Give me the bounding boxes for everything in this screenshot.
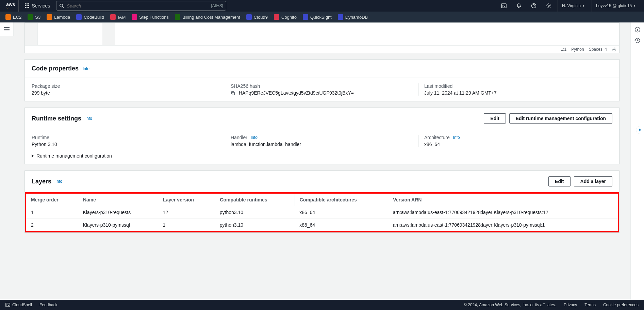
service-icon: [175, 14, 180, 20]
table-row[interactable]: 1Klayers-p310-requests12python3.10x86_64…: [26, 206, 618, 219]
gear-icon[interactable]: [612, 47, 616, 52]
sha-label: SHA256 hash: [231, 83, 413, 89]
service-label: Cognito: [281, 15, 297, 20]
cell-name: Klayers-p310-pymssql: [78, 219, 158, 231]
service-label: IAM: [118, 15, 126, 20]
runtime-settings-panel: Runtime settings Info Edit Edit runtime …: [24, 108, 620, 164]
col-merge-order[interactable]: Merge order: [26, 194, 78, 206]
editor-gutter-secondary: [102, 23, 115, 45]
service-shortcut[interactable]: Cognito: [274, 14, 297, 20]
runtime-mgmt-expand[interactable]: Runtime management configuration: [32, 153, 612, 159]
chevron-down-icon: ▼: [582, 4, 585, 7]
info-link[interactable]: Info: [83, 66, 89, 71]
cell-order: 1: [26, 206, 78, 219]
col-name[interactable]: Name: [78, 194, 158, 206]
edit-runtime-mgmt-button[interactable]: Edit runtime management configuration: [509, 113, 612, 124]
col-version[interactable]: Layer version: [158, 194, 215, 206]
cell-version: 1: [158, 219, 215, 231]
assistant-badge[interactable]: ✦: [636, 126, 644, 134]
cell-arch: x86_64: [295, 206, 388, 219]
svg-rect-7: [232, 93, 234, 95]
sha-value: HAPq9EReJVEC5gLavtc/gyd5vZtd9eiUGF932t0j…: [239, 90, 354, 96]
top-nav: aws⌣ Services [Alt+S] N. Virginia ▼ huyv…: [0, 0, 644, 12]
service-icon: [338, 14, 343, 20]
service-label: S3: [35, 15, 40, 20]
info-link[interactable]: Info: [453, 135, 460, 140]
services-menu[interactable]: Services: [21, 3, 53, 9]
search-icon: [59, 3, 64, 8]
code-properties-panel: Code properties Info Package size 299 by…: [24, 59, 620, 101]
cell-arn: arn:aws:lambda:us-east-1:770693421928:la…: [388, 219, 618, 231]
runtime-mgmt-label: Runtime management configuration: [36, 153, 112, 159]
edit-layers-button[interactable]: Edit: [548, 176, 570, 186]
service-label: Cloud9: [254, 15, 268, 20]
col-runtimes[interactable]: Compatible runtimes: [215, 194, 295, 206]
service-shortcut[interactable]: EC2: [5, 14, 21, 20]
service-shortcut-bar: EC2S3LambdaCodeBuildIAMStep FunctionsBil…: [0, 12, 644, 22]
notifications-icon[interactable]: [515, 2, 522, 9]
info-link[interactable]: Info: [55, 179, 62, 184]
runtime-value: Python 3.10: [32, 142, 219, 147]
arch-label: Architecture: [424, 135, 450, 140]
copy-icon[interactable]: [231, 91, 235, 96]
service-shortcut[interactable]: DynamoDB: [338, 14, 368, 20]
info-panel-icon[interactable]: [634, 27, 641, 33]
handler-value: lambda_function.lambda_handler: [231, 142, 413, 147]
layers-table-highlighted: Merge order Name Layer version Compatibl…: [25, 192, 619, 232]
handler-label: Handler: [231, 135, 247, 140]
service-shortcut[interactable]: IAM: [110, 14, 126, 20]
cell-arn: arn:aws:lambda:us-east-1:770693421928:la…: [388, 206, 618, 219]
service-icon: [246, 14, 252, 20]
service-label: Step Functions: [139, 15, 169, 20]
cell-arch: x86_64: [295, 219, 388, 231]
col-arch[interactable]: Compatible architectures: [295, 194, 388, 206]
editor-language[interactable]: Python: [571, 47, 584, 52]
add-layer-button[interactable]: Add a layer: [574, 176, 612, 186]
region-selector[interactable]: N. Virginia ▼: [558, 0, 589, 12]
svg-point-0: [60, 4, 63, 7]
aws-logo[interactable]: aws⌣: [4, 0, 19, 12]
service-shortcut[interactable]: Cloud9: [246, 14, 268, 20]
account-label: huyvv15 @ glutis15: [596, 3, 632, 8]
panel-title: Runtime settings: [32, 115, 81, 122]
package-size-value: 299 byte: [32, 90, 219, 96]
main-content: 1:1 Python Spaces: 4 Code properties Inf…: [16, 22, 628, 247]
service-shortcut[interactable]: Lambda: [47, 14, 70, 20]
help-icon[interactable]: [530, 2, 537, 9]
search-box[interactable]: [Alt+S]: [56, 1, 226, 11]
history-icon[interactable]: [634, 37, 641, 44]
right-dock: [630, 22, 644, 247]
account-selector[interactable]: huyvv15 @ glutis15 ▼: [592, 0, 640, 12]
side-nav-toggle[interactable]: [0, 22, 14, 36]
editor-area[interactable]: [25, 23, 619, 45]
hamburger-icon: [4, 27, 10, 31]
service-shortcut[interactable]: CodeBuild: [76, 14, 104, 20]
search-input[interactable]: [67, 3, 211, 9]
table-row[interactable]: 2Klayers-p310-pymssql1python3.10x86_64ar…: [26, 219, 618, 231]
cursor-position: 1:1: [561, 47, 567, 52]
service-icon: [274, 14, 279, 20]
cloudshell-icon[interactable]: [500, 2, 507, 9]
settings-icon[interactable]: [545, 2, 552, 9]
apps-grid-icon: [25, 3, 30, 8]
editor-indent[interactable]: Spaces: 4: [589, 47, 607, 52]
cell-version: 12: [158, 206, 215, 219]
service-shortcut[interactable]: S3: [28, 14, 40, 20]
svg-point-6: [613, 49, 615, 50]
last-modified-value: July 11, 2024 at 11:29 AM GMT+7: [424, 90, 607, 96]
info-link[interactable]: Info: [85, 116, 92, 121]
chevron-down-icon: ▼: [633, 4, 636, 7]
arch-value: x86_64: [424, 142, 607, 147]
service-label: QuickSight: [310, 15, 332, 20]
service-shortcut[interactable]: Billing and Cost Management: [175, 14, 240, 20]
service-shortcut[interactable]: QuickSight: [303, 14, 332, 20]
col-arn[interactable]: Version ARN: [388, 194, 618, 206]
service-icon: [76, 14, 82, 20]
service-shortcut[interactable]: Step Functions: [132, 14, 169, 20]
service-icon: [47, 14, 52, 20]
info-link[interactable]: Info: [251, 135, 258, 140]
cell-order: 2: [26, 219, 78, 231]
code-editor: 1:1 Python Spaces: 4: [24, 22, 620, 53]
edit-runtime-button[interactable]: Edit: [484, 113, 506, 124]
search-shortcut-hint: [Alt+S]: [211, 3, 223, 8]
